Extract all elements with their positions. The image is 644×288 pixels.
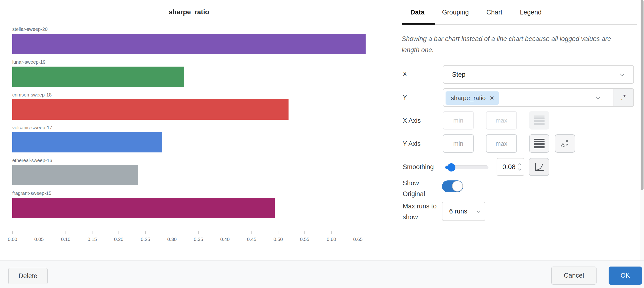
y-metric-pill: sharpe_ratio ✕ bbox=[446, 91, 499, 105]
bar bbox=[12, 198, 275, 218]
cancel-button[interactable]: Cancel bbox=[551, 266, 596, 285]
x-select-value: Step bbox=[452, 71, 466, 78]
y-axis-max-input[interactable] bbox=[486, 134, 517, 153]
axis-tick-label: 0.35 bbox=[194, 237, 203, 242]
axis-tick-label: 0.30 bbox=[168, 237, 177, 242]
smoothing-curve-icon bbox=[534, 161, 544, 173]
show-original-toggle[interactable] bbox=[442, 180, 463, 192]
max-runs-value: 6 runs bbox=[449, 208, 467, 215]
x-label: X bbox=[403, 69, 407, 80]
smoothing-value: 0.08 bbox=[502, 163, 516, 171]
log-scale-icon bbox=[534, 139, 544, 148]
bar-group: fragrant-sweep-15 bbox=[12, 189, 366, 222]
run-name-label: lunar-sweep-19 bbox=[12, 58, 366, 67]
y-multiselect[interactable]: sharpe_ratio ✕ .* bbox=[443, 88, 634, 107]
log-scale-icon bbox=[534, 115, 544, 125]
tab-data[interactable]: Data bbox=[410, 9, 424, 16]
tab-chart[interactable]: Chart bbox=[486, 9, 502, 16]
run-name-label: fragrant-sweep-15 bbox=[12, 189, 366, 198]
delete-button[interactable]: Delete bbox=[8, 268, 48, 284]
dialog-footer: Delete Cancel OK bbox=[0, 260, 644, 288]
y-label: Y bbox=[403, 92, 407, 103]
scrollbar-thumb[interactable] bbox=[641, 0, 644, 190]
slider-thumb[interactable] bbox=[447, 163, 456, 172]
run-name-label: volcanic-sweep-17 bbox=[12, 124, 366, 132]
axis-tick bbox=[225, 231, 225, 234]
bar bbox=[12, 99, 288, 120]
axis-tick bbox=[278, 231, 278, 234]
outliers-icon bbox=[560, 138, 570, 149]
bar-group: stellar-sweep-20 bbox=[12, 25, 366, 58]
x-axis-log-scale-button[interactable] bbox=[529, 111, 549, 129]
chevron-down-icon bbox=[476, 209, 480, 213]
chevron-down-icon bbox=[596, 95, 600, 99]
bar bbox=[12, 34, 366, 54]
run-name-label: crimson-sweep-18 bbox=[12, 91, 366, 99]
axis-tick bbox=[118, 231, 119, 234]
axis-tick bbox=[331, 231, 332, 234]
ok-button[interactable]: OK bbox=[608, 266, 642, 285]
axis-tick-label: 0.50 bbox=[274, 237, 283, 242]
y-axis-log-scale-button[interactable] bbox=[529, 134, 549, 153]
axis-tick-label: 0.25 bbox=[141, 237, 150, 242]
ignore-outliers-button[interactable] bbox=[555, 134, 575, 153]
max-runs-label: Max runs to show bbox=[403, 201, 445, 223]
x-axis-label: X Axis bbox=[403, 115, 421, 126]
bar-group: lunar-sweep-19 bbox=[12, 58, 366, 91]
bar-chart: stellar-sweep-20lunar-sweep-19crimson-sw… bbox=[12, 25, 366, 222]
bar-group: ethereal-sweep-16 bbox=[12, 157, 366, 189]
show-original-label: Show Original bbox=[403, 178, 442, 200]
smoothing-label: Smoothing bbox=[403, 162, 434, 173]
bar bbox=[12, 67, 184, 87]
axis-tick bbox=[66, 231, 66, 234]
smoothing-value-input[interactable]: 0.08 bbox=[496, 158, 524, 176]
axis-tick-label: 0.55 bbox=[300, 237, 310, 242]
y-metric-name: sharpe_ratio bbox=[451, 94, 486, 102]
y-axis-label: Y Axis bbox=[403, 138, 421, 149]
run-name-label: ethereal-sweep-16 bbox=[12, 157, 366, 165]
axis-tick-label: 0.20 bbox=[114, 237, 124, 242]
bar-chart-note: Showing a bar chart instead of a line ch… bbox=[402, 33, 620, 56]
axis-tick-label: 0.40 bbox=[220, 237, 230, 242]
x-axis-min-input[interactable] bbox=[443, 111, 474, 129]
tab-divider bbox=[402, 24, 637, 25]
max-runs-select[interactable]: 6 runs bbox=[442, 202, 485, 221]
panel-edit-dialog: sharpe_ratio stellar-sweep-20lunar-sweep… bbox=[0, 0, 644, 288]
regex-toggle-button[interactable]: .* bbox=[613, 89, 634, 106]
tab-legend[interactable]: Legend bbox=[520, 9, 542, 16]
smoothing-slider[interactable] bbox=[445, 166, 488, 169]
bar-group: crimson-sweep-18 bbox=[12, 91, 366, 124]
axis-tick-label: 0.45 bbox=[247, 237, 256, 242]
axis-tick bbox=[358, 231, 358, 234]
axis-tick bbox=[172, 231, 172, 234]
spinner-up-icon[interactable] bbox=[518, 163, 522, 167]
axis-tick-label: 0.00 bbox=[8, 237, 17, 242]
axis-tick bbox=[39, 231, 39, 234]
x-axis-max-input[interactable] bbox=[486, 111, 517, 129]
axis-tick bbox=[198, 231, 199, 234]
axis-tick bbox=[304, 231, 305, 234]
tab-grouping[interactable]: Grouping bbox=[442, 9, 469, 16]
toggle-thumb bbox=[452, 181, 463, 192]
axis-tick-label: 0.65 bbox=[353, 237, 363, 242]
x-axis: 0.000.050.100.150.200.250.300.350.400.45… bbox=[12, 231, 366, 245]
axis-tick bbox=[92, 231, 92, 234]
run-name-label: stellar-sweep-20 bbox=[12, 25, 366, 34]
active-tab-underline bbox=[402, 23, 435, 25]
remove-metric-icon[interactable]: ✕ bbox=[490, 95, 494, 101]
chart-title: sharpe_ratio bbox=[12, 8, 366, 16]
bar bbox=[12, 165, 138, 185]
chevron-down-icon bbox=[620, 72, 624, 76]
axis-tick-label: 0.10 bbox=[61, 237, 70, 242]
axis-tick bbox=[145, 231, 146, 234]
bar-group: volcanic-sweep-17 bbox=[12, 124, 366, 157]
running-average-button[interactable] bbox=[529, 158, 549, 176]
y-axis-min-input[interactable] bbox=[443, 134, 474, 153]
axis-tick-label: 0.60 bbox=[327, 237, 336, 242]
axis-tick bbox=[252, 231, 252, 234]
axis-tick-label: 0.05 bbox=[34, 237, 44, 242]
bar bbox=[12, 132, 162, 153]
x-select[interactable]: Step bbox=[443, 65, 634, 84]
panel-tabs: Data Grouping Chart Legend bbox=[410, 9, 559, 16]
spinner-down-icon[interactable] bbox=[518, 167, 522, 171]
